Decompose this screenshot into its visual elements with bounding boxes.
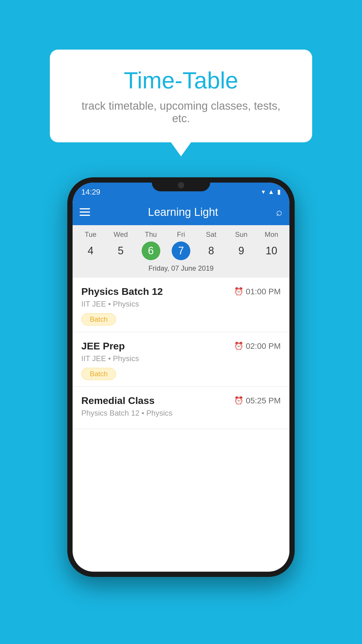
schedule-item-2-time: ⏰ 02:00 PM — [234, 342, 281, 351]
day-name-wed: Wed — [114, 230, 128, 239]
app-title: Learning Light — [90, 206, 276, 218]
day-name-sat: Sat — [206, 230, 216, 239]
day-col-wed[interactable]: Wed 5 — [108, 230, 134, 260]
phone-screen: 14:29 ▾ ▲ ▮ Learning Light ⌕ — [73, 183, 289, 572]
schedule-item-2[interactable]: JEE Prep ⏰ 02:00 PM IIT JEE • Physics Ba… — [73, 332, 289, 387]
day-num-mon: 10 — [262, 242, 281, 260]
schedule-item-1[interactable]: Physics Batch 12 ⏰ 01:00 PM IIT JEE • Ph… — [73, 278, 289, 332]
schedule-item-2-sub: IIT JEE • Physics — [81, 354, 281, 363]
clock-icon-1: ⏰ — [234, 287, 243, 296]
schedule-item-1-sub: IIT JEE • Physics — [81, 300, 281, 309]
schedule-item-3-title: Remedial Class — [81, 395, 154, 406]
schedule-item-3-time: ⏰ 05:25 PM — [234, 396, 281, 405]
camera-dot — [178, 182, 184, 188]
day-col-thu[interactable]: Thu 6 — [138, 230, 164, 260]
day-num-tue: 4 — [81, 242, 100, 260]
tooltip-title: Time-Table — [73, 67, 289, 94]
batch-tag-1: Batch — [81, 313, 116, 326]
schedule-item-1-title: Physics Batch 12 — [81, 286, 163, 297]
schedule-item-3-sub: Physics Batch 12 • Physics — [81, 409, 281, 418]
schedule-item-3[interactable]: Remedial Class ⏰ 05:25 PM Physics Batch … — [73, 387, 289, 429]
phone-notch — [152, 177, 210, 191]
day-col-sun[interactable]: Sun 9 — [228, 230, 254, 260]
battery-icon: ▮ — [277, 188, 281, 196]
schedule-item-1-time: ⏰ 01:00 PM — [234, 287, 281, 296]
phone-mockup: 14:29 ▾ ▲ ▮ Learning Light ⌕ — [67, 177, 295, 577]
clock-icon-3: ⏰ — [234, 396, 243, 405]
days-row: Tue 4 Wed 5 Thu 6 Fri — [73, 230, 289, 260]
calendar-strip: Tue 4 Wed 5 Thu 6 Fri — [73, 225, 289, 278]
schedule-item-3-header: Remedial Class ⏰ 05:25 PM — [81, 395, 281, 406]
tooltip-container: Time-Table track timetable, upcoming cla… — [50, 50, 312, 142]
tooltip-box: Time-Table track timetable, upcoming cla… — [50, 50, 312, 142]
day-col-mon[interactable]: Mon 10 — [258, 230, 284, 260]
day-name-mon: Mon — [265, 230, 278, 239]
day-num-sat: 8 — [202, 242, 220, 260]
schedule-item-2-header: JEE Prep ⏰ 02:00 PM — [81, 340, 281, 352]
day-col-sat[interactable]: Sat 8 — [198, 230, 224, 260]
phone-outer: 14:29 ▾ ▲ ▮ Learning Light ⌕ — [67, 177, 295, 577]
selected-date-label: Friday, 07 June 2019 — [73, 260, 289, 278]
app-bar: Learning Light ⌕ — [73, 199, 289, 225]
day-col-fri[interactable]: Fri 7 — [168, 230, 194, 260]
status-time: 14:29 — [81, 188, 100, 197]
day-num-wed: 5 — [111, 242, 130, 260]
day-name-thu: Thu — [145, 230, 157, 239]
day-name-tue: Tue — [85, 230, 96, 239]
batch-tag-2: Batch — [81, 368, 116, 380]
schedule-item-1-header: Physics Batch 12 ⏰ 01:00 PM — [81, 286, 281, 297]
day-col-tue[interactable]: Tue 4 — [78, 230, 104, 260]
day-num-thu: 6 — [142, 242, 160, 260]
schedule-list: Physics Batch 12 ⏰ 01:00 PM IIT JEE • Ph… — [73, 278, 289, 572]
schedule-item-2-title: JEE Prep — [81, 340, 125, 352]
day-num-fri: 7 — [172, 242, 190, 260]
search-button[interactable]: ⌕ — [276, 206, 282, 218]
tooltip-subtitle: track timetable, upcoming classes, tests… — [73, 100, 289, 125]
day-name-sun: Sun — [235, 230, 247, 239]
signal-icon: ▲ — [268, 188, 274, 196]
wifi-icon: ▾ — [262, 188, 265, 196]
menu-button[interactable] — [80, 208, 90, 216]
status-icons: ▾ ▲ ▮ — [262, 188, 281, 196]
day-name-fri: Fri — [177, 230, 185, 239]
day-num-sun: 9 — [232, 242, 251, 260]
clock-icon-2: ⏰ — [234, 342, 243, 351]
